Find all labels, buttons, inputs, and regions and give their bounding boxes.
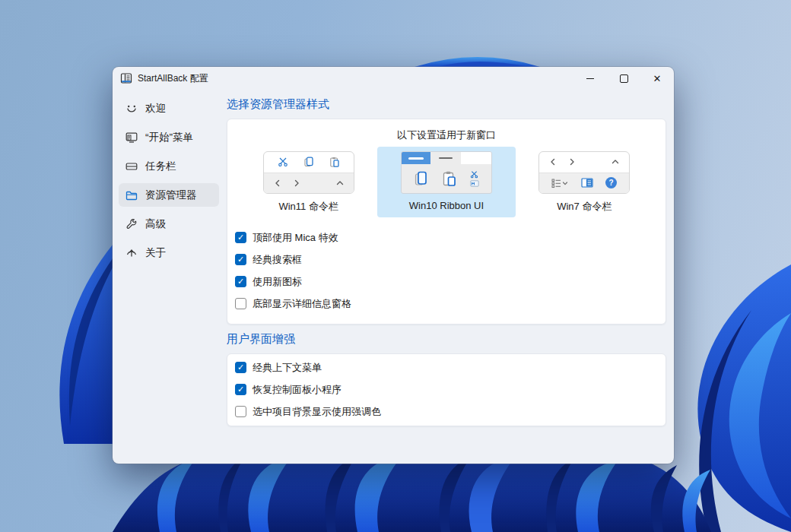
close-icon: ✕: [653, 74, 662, 84]
minimize-icon: [586, 78, 594, 79]
checkbox-details-pane[interactable]: ✓ 底部显示详细信息窗格: [235, 293, 653, 315]
checkbox-label: 恢复控制面板小程序: [253, 383, 341, 397]
about-icon: [125, 247, 138, 259]
win10-ribbon-preview: [401, 151, 492, 194]
checkbox-icon[interactable]: ✓: [235, 254, 246, 265]
sidebar-item-start-menu[interactable]: “开始”菜单: [119, 125, 219, 149]
smiley-icon: [125, 103, 138, 115]
wrench-icon: [125, 218, 138, 230]
scissors-icon-small: [470, 170, 478, 179]
checkbox-label: 顶部使用 Mica 特效: [253, 231, 338, 245]
sidebar-item-welcome[interactable]: 欢迎: [119, 97, 219, 120]
style-option-win11-command-bar[interactable]: Win11 命令栏: [240, 147, 377, 217]
sidebar-item-label: 关于: [145, 246, 166, 260]
window-title: StartAllBack 配置: [138, 72, 208, 85]
chevron-up-icon: [611, 157, 620, 166]
style-option-win7-command-bar[interactable]: ? Win7 命令栏: [516, 147, 653, 217]
app-icon: [120, 72, 132, 84]
sidebar: 欢迎 “开始”菜单 任务栏: [113, 90, 225, 464]
ribbon-blank-tab: [461, 152, 491, 164]
scissors-icon: [278, 157, 288, 167]
chevron-left-icon: [548, 157, 558, 166]
checkbox-icon[interactable]: ✓: [235, 232, 246, 243]
ribbon-inactive-tab: [430, 152, 461, 164]
sidebar-item-label: 资源管理器: [145, 188, 197, 202]
paste-icon-large: [442, 170, 457, 187]
sidebar-item-explorer[interactable]: 资源管理器: [119, 183, 219, 207]
win7-command-bar-preview: ?: [538, 151, 630, 194]
sidebar-item-about[interactable]: 关于: [119, 241, 219, 264]
style-option-win10-ribbon-ui[interactable]: Win10 Ribbon UI: [377, 147, 515, 217]
preview-pane-icon: [581, 178, 593, 188]
check-icon: ✓: [237, 363, 244, 372]
section-header-ui-enhancement: 用户界面增强: [227, 332, 666, 347]
startallback-config-window: StartAllBack 配置 ✕ 欢迎: [113, 67, 674, 464]
checkbox-accent-selection-bg[interactable]: ✓ 选中项目背景显示使用强调色: [235, 401, 653, 423]
ribbon-active-tab: [402, 152, 430, 164]
section-header-explorer-style: 选择资源管理器样式: [227, 97, 666, 112]
folder-icon: [125, 189, 138, 201]
check-icon: ✓: [237, 233, 244, 242]
checkbox-label: 经典搜索框: [253, 253, 302, 267]
checkbox-label: 经典上下文菜单: [253, 361, 322, 375]
checkbox-control-panel-applets[interactable]: ✓ 恢复控制面板小程序: [235, 378, 653, 401]
checkbox-label: 使用新图标: [253, 275, 302, 289]
sidebar-item-label: 任务栏: [145, 160, 176, 173]
taskbar-icon: [125, 160, 138, 173]
copy-icon-large: [414, 170, 429, 187]
ui-options-list: ✓ 经典上下文菜单 ✓ 恢复控制面板小程序 ✓ 选中项目背景显示使用强调色: [235, 356, 653, 423]
explorer-options-list: ✓ 顶部使用 Mica 特效 ✓ 经典搜索框 ✓ 使用新图标 ✓ 底部显示详细信…: [235, 226, 653, 315]
check-icon: ✓: [237, 385, 244, 394]
ui-enhancement-panel: ✓ 经典上下文菜单 ✓ 恢复控制面板小程序 ✓ 选中项目背景显示使用强调色: [227, 353, 666, 426]
maximize-icon: [620, 74, 628, 83]
new-window-note: 以下设置适用于新窗口: [240, 127, 653, 144]
close-button[interactable]: ✕: [640, 67, 674, 90]
copy-icon: [303, 157, 314, 167]
paste-icon: [329, 157, 340, 167]
sidebar-item-taskbar[interactable]: 任务栏: [119, 154, 219, 178]
checkbox-label: 底部显示详细信息窗格: [253, 297, 351, 311]
style-label: Win7 命令栏: [557, 200, 612, 214]
sidebar-item-label: “开始”菜单: [145, 131, 193, 144]
minimize-button[interactable]: [573, 67, 607, 90]
check-icon: ✓: [237, 277, 244, 286]
style-label: Win11 命令栏: [278, 200, 338, 214]
checkbox-mica-top[interactable]: ✓ 顶部使用 Mica 特效: [235, 226, 653, 249]
chevron-right-icon: [292, 179, 301, 188]
explorer-style-panel: 以下设置适用于新窗口: [227, 119, 666, 325]
check-icon: ✓: [237, 255, 244, 264]
checkbox-new-icons[interactable]: ✓ 使用新图标: [235, 271, 653, 293]
checkbox-icon[interactable]: ✓: [235, 276, 246, 287]
content-area: 选择资源管理器样式 以下设置适用于新窗口: [225, 90, 674, 464]
maximize-button[interactable]: [607, 67, 640, 90]
titlebar[interactable]: StartAllBack 配置 ✕: [113, 67, 674, 90]
sidebar-item-label: 欢迎: [145, 102, 166, 116]
sidebar-item-label: 高级: [145, 217, 166, 231]
help-icon: ?: [605, 177, 617, 188]
sidebar-item-advanced[interactable]: 高级: [119, 212, 219, 236]
checkbox-classic-search[interactable]: ✓ 经典搜索框: [235, 249, 653, 271]
rename-icon-small: [470, 180, 479, 187]
checkbox-label: 选中项目背景显示使用强调色: [253, 405, 381, 419]
checkbox-icon[interactable]: ✓: [235, 362, 246, 373]
start-menu-icon: [125, 131, 138, 144]
style-cards-row: Win11 命令栏: [240, 147, 653, 217]
organize-menu-icon: [551, 178, 568, 188]
win11-command-bar-preview: [263, 151, 354, 194]
checkbox-icon[interactable]: ✓: [235, 406, 246, 417]
chevron-up-icon: [335, 179, 345, 188]
chevron-right-icon: [567, 157, 577, 166]
chevron-left-icon: [273, 179, 282, 188]
style-label: Win10 Ribbon UI: [409, 200, 484, 211]
checkbox-classic-context-menu[interactable]: ✓ 经典上下文菜单: [235, 356, 653, 378]
checkbox-icon[interactable]: ✓: [235, 384, 246, 395]
checkbox-icon[interactable]: ✓: [235, 298, 246, 309]
